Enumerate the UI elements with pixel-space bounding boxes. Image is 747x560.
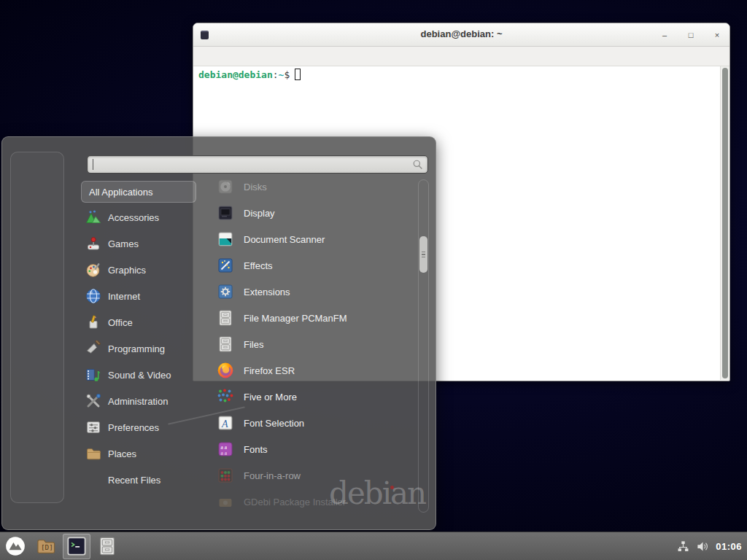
app-item[interactable]: Firefox ESR bbox=[196, 357, 419, 384]
font-selection-icon: A bbox=[217, 414, 234, 432]
clock[interactable]: 01:06 bbox=[716, 541, 742, 552]
search-input[interactable] bbox=[87, 155, 428, 174]
category-item[interactable]: Graphics bbox=[81, 257, 196, 283]
category-label: Recent Files bbox=[108, 475, 160, 486]
terminal-icon bbox=[66, 536, 87, 556]
app-item[interactable]: File Manager PCManFM bbox=[196, 305, 419, 331]
app-item[interactable]: Document Scanner bbox=[196, 226, 419, 252]
app-item[interactable]: Disks bbox=[196, 174, 419, 200]
session-item[interactable] bbox=[25, 386, 50, 411]
file-cabinet-icon bbox=[217, 309, 234, 327]
search-icon bbox=[411, 158, 424, 171]
app-item[interactable]: Files bbox=[196, 331, 419, 357]
terminal-titlebar[interactable]: debian@debian: ~ – □ × bbox=[193, 23, 729, 47]
category-label: Programming bbox=[108, 343, 165, 354]
app-item[interactable]: a aa a Fonts bbox=[196, 436, 419, 462]
gdebi-icon bbox=[217, 493, 234, 510]
taskbar-launcher[interactable]: [D] bbox=[32, 534, 60, 559]
terminal-menu-item[interactable] bbox=[236, 53, 249, 59]
category-label: Preferences bbox=[108, 422, 159, 433]
prompt-symbol: $ bbox=[284, 69, 290, 80]
app-item[interactable]: Display bbox=[196, 200, 419, 226]
favorite-item[interactable] bbox=[25, 282, 50, 307]
category-label: Accessories bbox=[108, 212, 159, 223]
terminal-menu-item[interactable] bbox=[196, 53, 209, 59]
maximize-icon[interactable]: □ bbox=[686, 28, 696, 42]
internet-icon bbox=[85, 288, 101, 304]
category-label: Graphics bbox=[108, 265, 146, 276]
taskbar-launcher[interactable] bbox=[93, 534, 121, 559]
fonts-icon: a aa a bbox=[217, 440, 234, 458]
taskbar-launcher[interactable] bbox=[63, 534, 90, 559]
firefox-icon bbox=[217, 362, 234, 379]
session-item[interactable] bbox=[25, 424, 50, 449]
app-label: Display bbox=[244, 208, 275, 219]
terminal-scrollbar[interactable] bbox=[720, 66, 729, 380]
category-item[interactable]: Recent Files bbox=[81, 467, 196, 493]
svg-text:a a: a a bbox=[221, 450, 228, 456]
all-applications-button[interactable]: All Applications bbox=[81, 181, 196, 203]
category-item[interactable]: Preferences bbox=[81, 414, 196, 440]
category-item[interactable]: Internet bbox=[81, 283, 196, 309]
app-label: Document Scanner bbox=[244, 234, 325, 245]
app-label: Font Selection bbox=[244, 418, 304, 429]
app-list-scrollbar-track[interactable] bbox=[418, 179, 429, 513]
app-item[interactable]: GDebi Package Installer bbox=[196, 489, 419, 515]
sound-video-icon bbox=[85, 367, 101, 383]
favorites-rail bbox=[10, 152, 64, 503]
terminal-scrollbar-thumb[interactable] bbox=[722, 68, 728, 378]
document-scanner-icon bbox=[217, 230, 234, 248]
system-tray: 01:06 bbox=[676, 540, 747, 553]
close-icon[interactable]: × bbox=[712, 28, 722, 42]
accessories-icon bbox=[85, 209, 101, 225]
terminal-menu-item[interactable] bbox=[222, 53, 236, 59]
category-item[interactable]: Administration bbox=[81, 388, 196, 414]
minimize-icon[interactable]: – bbox=[659, 28, 670, 42]
volume-icon[interactable] bbox=[696, 540, 710, 553]
terminal-prompt: debian@debian:~$ bbox=[198, 69, 301, 80]
file-cabinet-icon bbox=[97, 536, 117, 556]
favorite-item[interactable] bbox=[25, 206, 50, 231]
effects-icon bbox=[217, 257, 234, 274]
category-item[interactable]: Accessories bbox=[81, 204, 196, 230]
app-label: Fonts bbox=[244, 444, 268, 455]
app-label: Effects bbox=[244, 260, 273, 271]
category-label: Games bbox=[108, 238, 139, 249]
taskbar: [D] 01:06 bbox=[0, 532, 747, 560]
category-item[interactable]: Office bbox=[81, 309, 196, 335]
category-label: Administration bbox=[108, 396, 168, 407]
taskbar-launcher[interactable] bbox=[1, 534, 29, 559]
network-icon[interactable] bbox=[676, 540, 690, 553]
graphics-icon bbox=[85, 262, 101, 278]
disks-icon bbox=[217, 178, 234, 195]
terminal-menu-item[interactable] bbox=[262, 53, 275, 59]
category-label: Sound & Video bbox=[108, 370, 171, 381]
app-item[interactable]: Extensions bbox=[196, 279, 419, 305]
app-list-scrollbar-thumb[interactable] bbox=[419, 236, 427, 273]
app-label: Files bbox=[244, 339, 263, 350]
menu-logo-icon bbox=[5, 536, 26, 556]
svg-text:A: A bbox=[221, 419, 228, 429]
taskbar-launchers: [D] bbox=[0, 532, 123, 560]
terminal-menu-item[interactable] bbox=[209, 53, 222, 59]
category-item[interactable]: Sound & Video bbox=[81, 362, 196, 388]
favorite-item[interactable] bbox=[25, 320, 50, 345]
category-item[interactable]: Programming bbox=[81, 335, 196, 362]
prompt-separator: : bbox=[273, 69, 279, 80]
session-item[interactable] bbox=[25, 462, 50, 487]
app-item[interactable]: Effects bbox=[196, 252, 419, 279]
favorite-item[interactable] bbox=[25, 244, 50, 269]
app-item[interactable]: A Font Selection bbox=[196, 410, 419, 436]
category-item[interactable]: Places bbox=[81, 440, 196, 467]
category-label: Internet bbox=[108, 291, 140, 302]
extensions-icon bbox=[217, 283, 234, 300]
file-cabinet-icon bbox=[217, 335, 234, 353]
favorite-item[interactable] bbox=[25, 168, 50, 193]
terminal-menu-item[interactable] bbox=[249, 53, 262, 59]
office-icon bbox=[85, 314, 101, 330]
app-item[interactable]: Four-in-a-row bbox=[196, 462, 419, 489]
app-item[interactable]: Five or More bbox=[196, 384, 419, 410]
application-menu: debian All Applications Accessories Game… bbox=[1, 136, 436, 530]
category-item[interactable]: Games bbox=[81, 230, 196, 257]
app-label: GDebi Package Installer bbox=[244, 497, 346, 508]
